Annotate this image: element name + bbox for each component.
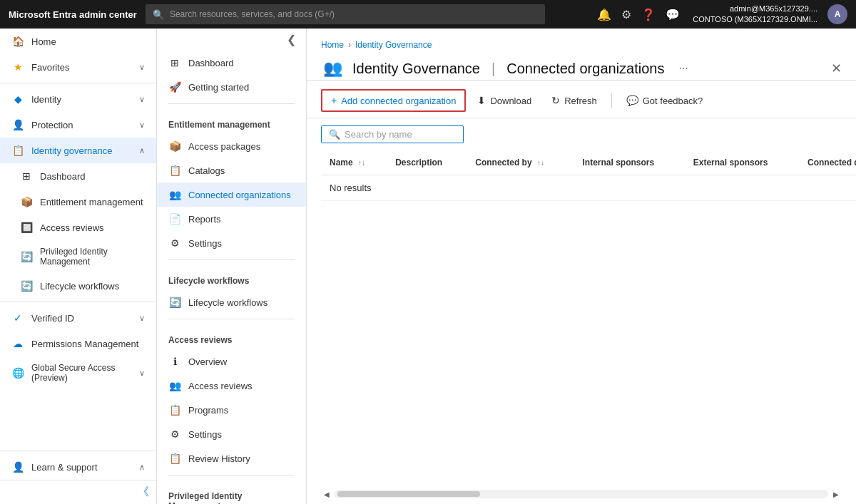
submenu-label-reports: Reports	[188, 214, 221, 225]
favorites-icon: ★	[11, 61, 24, 73]
breadcrumb-home[interactable]: Home	[321, 40, 344, 50]
plus-icon: +	[331, 95, 337, 106]
sidebar-item-identity[interactable]: ◆ Identity ∨	[0, 86, 156, 112]
submenu-item-overview[interactable]: ℹ Overview	[157, 349, 306, 374]
sidebar-item-verified-id[interactable]: ✓ Verified ID ∨	[0, 305, 156, 331]
sidebar-item-learn-support[interactable]: 👤 Learn & support ∧	[0, 454, 156, 480]
sidebar-collapse-icon[interactable]: 《	[138, 485, 149, 500]
submenu-label-catalogs: Catalogs	[188, 165, 225, 176]
topbar-icons: 🔔 ⚙ ❓ 💬 admin@M365x127329.... CONTOSO (M…	[597, 4, 847, 26]
add-label: Add connected organization	[341, 96, 456, 106]
scroll-left-icon[interactable]: ◀	[321, 488, 332, 500]
ellipsis-icon[interactable]: ···	[678, 62, 688, 75]
submenu-item-programs[interactable]: 📋 Programs	[157, 398, 306, 422]
table-header-row: Name ↑↓ Description Connected by ↑↓ Inte…	[321, 150, 856, 175]
sort-icon-name[interactable]: ↑↓	[358, 159, 365, 167]
submenu-label-settings: Settings	[188, 238, 222, 249]
sidebar-item-protection[interactable]: 👤 Protection ∨	[0, 112, 156, 138]
page-title: Identity Governance	[352, 61, 480, 77]
submenu-item-dashboard[interactable]: ⊞ Dashboard	[157, 51, 306, 75]
avatar[interactable]: A	[827, 4, 847, 24]
download-icon: ⬇	[477, 95, 486, 106]
programs-icon: 📋	[168, 403, 181, 416]
page-subtitle: Connected organizations	[506, 61, 664, 77]
submenu-label-review-history: Review History	[188, 453, 250, 464]
identity-governance-icon: 📋	[11, 144, 24, 157]
search-row: 🔍	[307, 118, 856, 150]
refresh-label: Refresh	[564, 96, 597, 106]
submenu-item-settings-ar[interactable]: ⚙ Settings	[157, 422, 306, 446]
submenu-item-catalogs[interactable]: 📋 Catalogs	[157, 158, 306, 182]
help-icon[interactable]: ❓	[641, 8, 656, 21]
sidebar-item-pim[interactable]: 🔄 Privileged Identity Management	[0, 240, 156, 273]
sort-icon-connected-by[interactable]: ↑↓	[537, 159, 544, 167]
data-table: Name ↑↓ Description Connected by ↑↓ Inte…	[321, 150, 856, 201]
submenu-label-programs: Programs	[188, 405, 228, 416]
scroll-right-icon[interactable]: ▶	[831, 488, 842, 500]
lifecycle-workflows-icon: 🔄	[168, 296, 181, 309]
submenu-item-access-reviews-sub[interactable]: 👥 Access reviews	[157, 374, 306, 398]
sidebar-item-global-secure[interactable]: 🌐 Global Secure Access (Preview) ∨	[0, 356, 156, 389]
submenu-collapse-btn[interactable]: ❮	[282, 31, 300, 48]
sidebar-item-entitlement[interactable]: 📦 Entitlement management	[0, 189, 156, 215]
horizontal-scrollbar[interactable]	[335, 490, 828, 498]
submenu-item-lifecycle-workflows[interactable]: 🔄 Lifecycle workflows	[157, 290, 306, 314]
search-input[interactable]	[170, 9, 538, 19]
sidebar-item-permissions[interactable]: ☁ Permissions Management	[0, 331, 156, 356]
chevron-down-icon-identity: ∨	[139, 95, 145, 104]
feedback-button[interactable]: 💬 Got feedback?	[618, 91, 712, 110]
table-container: Name ↑↓ Description Connected by ↑↓ Inte…	[307, 150, 856, 487]
submenu-section-pim: Privileged Identity Management	[157, 480, 306, 504]
access-reviews-sub-icon: 👥	[168, 379, 181, 392]
breadcrumb-identity-governance[interactable]: Identity Governance	[355, 40, 432, 50]
submenu-label-overview: Overview	[188, 356, 227, 367]
submenu-item-review-history[interactable]: 📋 Review History	[157, 446, 306, 470]
col-internal-sponsors: Internal sponsors	[574, 150, 685, 175]
sidebar-item-access-reviews[interactable]: 🔲 Access reviews	[0, 215, 156, 240]
breadcrumb: Home › Identity Governance	[321, 40, 842, 50]
submenu-label-lifecycle-workflows: Lifecycle workflows	[188, 297, 268, 308]
add-connected-org-button[interactable]: + Add connected organization	[321, 89, 466, 112]
feedback-icon[interactable]: 💬	[666, 8, 680, 21]
col-connected-date[interactable]: Connected date ↑↓	[799, 150, 856, 175]
download-button[interactable]: ⬇ Download	[469, 91, 540, 110]
lifecycle-icon: 🔄	[20, 279, 33, 292]
page-icon: 👥	[321, 57, 344, 80]
col-connected-by[interactable]: Connected by ↑↓	[467, 150, 574, 175]
sidebar-label-dashboard: Dashboard	[40, 171, 86, 182]
notification-icon[interactable]: 🔔	[597, 8, 611, 21]
sidebar-label-protection: Protection	[31, 120, 73, 130]
settings-icon: ⚙	[168, 237, 181, 250]
search-box[interactable]: 🔍	[321, 125, 464, 143]
review-history-icon: 📋	[168, 452, 181, 465]
sidebar-item-favorites[interactable]: ★ Favorites ∨	[0, 54, 156, 80]
submenu-item-getting-started[interactable]: 🚀 Getting started	[157, 75, 306, 99]
main-content: Home › Identity Governance 👥 Identity Go…	[307, 29, 856, 504]
pim-icon: 🔄	[20, 250, 33, 263]
content-header: Home › Identity Governance 👥 Identity Go…	[307, 29, 856, 81]
close-button[interactable]: ✕	[831, 61, 842, 76]
scroll-thumb	[337, 491, 480, 497]
sidebar-label-lifecycle: Lifecycle workflows	[40, 281, 119, 292]
search-container[interactable]: 🔍	[146, 4, 545, 24]
submenu-item-settings[interactable]: ⚙ Settings	[157, 231, 306, 255]
sidebar-item-identity-governance[interactable]: 📋 Identity governance ∧	[0, 138, 156, 163]
col-name[interactable]: Name ↑↓	[321, 150, 387, 175]
submenu-section-entitlement: Entitlement management	[157, 108, 306, 134]
sidebar-item-dashboard[interactable]: ⊞ Dashboard	[0, 163, 156, 189]
submenu-label-connected-orgs: Connected organizations	[188, 190, 291, 200]
sidebar-item-home[interactable]: 🏠 Home	[0, 29, 156, 54]
dashboard-icon: ⊞	[20, 170, 33, 182]
sidebar-label-home: Home	[31, 36, 56, 47]
sidebar-item-lifecycle[interactable]: 🔄 Lifecycle workflows	[0, 273, 156, 299]
submenu-item-reports[interactable]: 📄 Reports	[157, 207, 306, 231]
settings-icon[interactable]: ⚙	[621, 8, 631, 21]
submenu-getting-started-icon: 🚀	[168, 81, 181, 93]
refresh-button[interactable]: ↻ Refresh	[543, 91, 606, 110]
verified-id-icon: ✓	[11, 312, 24, 324]
submenu-label-settings-ar: Settings	[188, 429, 222, 440]
submenu-item-access-packages[interactable]: 📦 Access packages	[157, 134, 306, 158]
toolbar-divider	[611, 93, 612, 108]
search-by-name-input[interactable]	[345, 129, 456, 140]
submenu-item-connected-organizations[interactable]: 👥 Connected organizations	[157, 182, 306, 207]
